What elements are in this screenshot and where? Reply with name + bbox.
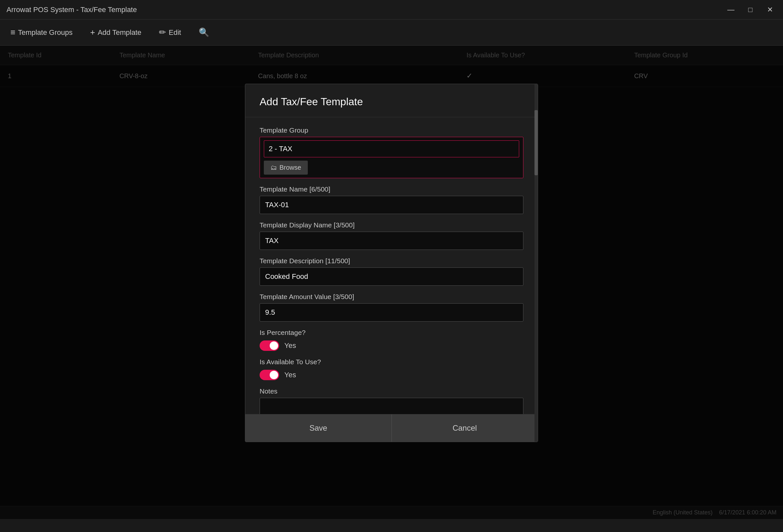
template-groups-icon: ≡ <box>10 27 15 37</box>
search-button[interactable]: 🔍 <box>195 25 213 40</box>
template-group-label: Template Group <box>259 126 524 134</box>
edit-icon: ✏ <box>159 27 166 37</box>
main-content: Template Id Template Name Template Descr… <box>0 45 783 519</box>
template-group-field: Template Group 2 - TAX 🗂 Browse <box>259 126 524 178</box>
template-description-label: Template Description [11/500] <box>259 257 524 265</box>
scroll-thumb <box>534 110 538 175</box>
dialog-footer: Save Cancel <box>245 414 538 442</box>
add-template-dialog: Add Tax/Fee Template Template Group 2 - … <box>245 84 538 442</box>
browse-icon: 🗂 <box>270 164 277 171</box>
toolbar: ≡ Template Groups + Add Template ✏ Edit … <box>0 20 783 45</box>
add-icon: + <box>90 27 95 37</box>
template-amount-label: Template Amount Value [3/500] <box>259 293 524 301</box>
template-group-value: 2 - TAX <box>264 140 519 157</box>
toggle-knob-2 <box>270 371 278 379</box>
notes-input[interactable] <box>259 398 524 414</box>
dialog-title: Add Tax/Fee Template <box>245 84 538 117</box>
maximize-button[interactable]: □ <box>744 3 757 16</box>
template-name-input[interactable] <box>259 196 524 214</box>
is-percentage-toggle[interactable] <box>259 340 279 351</box>
is-available-toggle-row: Yes <box>259 370 524 380</box>
browse-button[interactable]: 🗂 Browse <box>264 161 308 175</box>
scroll-track <box>534 84 538 442</box>
window-controls: — □ ✕ <box>724 3 777 16</box>
template-description-field: Template Description [11/500] <box>259 257 524 286</box>
close-button[interactable]: ✕ <box>763 3 777 16</box>
toggle-knob <box>270 341 278 350</box>
add-template-button[interactable]: + Add Template <box>86 25 145 40</box>
edit-button[interactable]: ✏ Edit <box>155 25 185 40</box>
template-amount-field: Template Amount Value [3/500] <box>259 293 524 321</box>
template-name-label: Template Name [6/500] <box>259 185 524 193</box>
add-template-label: Add Template <box>98 28 142 37</box>
template-group-box: 2 - TAX 🗂 Browse <box>259 137 524 178</box>
app-title: Arrowat POS System - Tax/Fee Template <box>6 5 137 14</box>
is-percentage-value: Yes <box>284 341 296 350</box>
is-percentage-field: Is Percentage? Yes <box>259 329 524 351</box>
dialog-body: Template Group 2 - TAX 🗂 Browse Template… <box>245 117 538 414</box>
is-percentage-label: Is Percentage? <box>259 329 524 337</box>
cancel-button[interactable]: Cancel <box>392 414 538 442</box>
template-display-name-field: Template Display Name [3/500] <box>259 221 524 250</box>
template-groups-label: Template Groups <box>18 28 73 37</box>
edit-label: Edit <box>169 28 181 37</box>
search-icon: 🔍 <box>199 27 209 37</box>
is-available-value: Yes <box>284 371 296 379</box>
notes-label: Notes <box>259 387 524 395</box>
save-button[interactable]: Save <box>245 414 392 442</box>
is-percentage-toggle-row: Yes <box>259 340 524 351</box>
dialog-overlay: Add Tax/Fee Template Template Group 2 - … <box>0 45 783 519</box>
is-available-field: Is Available To Use? Yes <box>259 358 524 380</box>
browse-label: Browse <box>279 164 301 171</box>
is-available-label: Is Available To Use? <box>259 358 524 366</box>
minimize-button[interactable]: — <box>724 3 738 16</box>
template-display-name-label: Template Display Name [3/500] <box>259 221 524 229</box>
template-groups-button[interactable]: ≡ Template Groups <box>6 25 76 40</box>
notes-field: Notes <box>259 387 524 414</box>
template-amount-input[interactable] <box>259 303 524 321</box>
template-description-input[interactable] <box>259 268 524 286</box>
title-bar-left: Arrowat POS System - Tax/Fee Template <box>6 5 137 14</box>
template-name-field: Template Name [6/500] <box>259 185 524 214</box>
template-display-name-input[interactable] <box>259 231 524 250</box>
title-bar: Arrowat POS System - Tax/Fee Template — … <box>0 0 783 20</box>
is-available-toggle[interactable] <box>259 370 279 380</box>
